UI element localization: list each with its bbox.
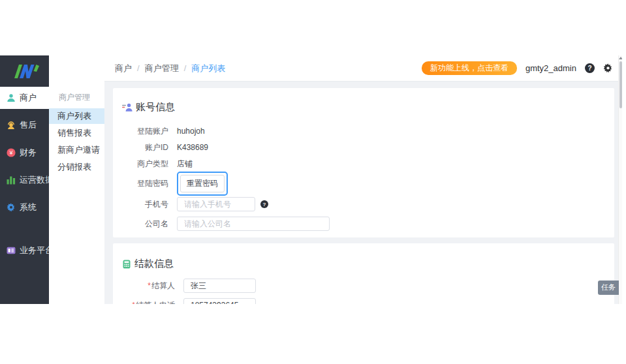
gear-icon [7, 203, 16, 212]
username-label[interactable]: gmty2_admin [525, 63, 576, 73]
person-icon [7, 93, 16, 102]
required-mark: * [148, 281, 151, 290]
topbar-right: 新功能上线，点击查看 gmty2_admin ? [422, 61, 613, 75]
field-label: 登陆账户 [119, 126, 168, 137]
settlement-calculator-icon [122, 260, 131, 269]
sidebar-item-finance[interactable]: ¥ 财务 [0, 142, 49, 164]
field-label-text: 结算人电话 [136, 301, 175, 305]
company-input[interactable] [177, 217, 330, 231]
field-row-settler: *结算人 [119, 279, 614, 293]
secondary-sidebar: 商户管理 商户列表 销售报表 新商户邀请 分销报表 [49, 55, 104, 304]
field-row-merchant-type: 商户类型 店铺 [119, 156, 614, 172]
breadcrumb-item-current[interactable]: 商户列表 [191, 63, 225, 74]
settler-phone-input[interactable] [183, 298, 256, 304]
sidebar-item-label: 财务 [20, 147, 37, 159]
sidebar-item-system[interactable]: 系统 [0, 196, 49, 219]
account-info-card: 账号信息 登陆账户 huhojoh 账户ID K438689 商户类型 店铺 登… [113, 88, 614, 237]
brand-logo[interactable] [0, 55, 49, 87]
field-label-text: 结算人 [151, 281, 175, 290]
submenu-item-merchant-list[interactable]: 商户列表 [49, 108, 104, 124]
breadcrumb-item[interactable]: 商户管理 [145, 63, 179, 74]
field-label: *结算人 [119, 281, 175, 292]
sidebar-item-label: 商户 [20, 92, 37, 104]
account-info-icon [122, 102, 133, 112]
field-row-company: 公司名 [119, 217, 614, 231]
merchant-type-value: 店铺 [177, 159, 193, 170]
breadcrumb-separator: / [184, 63, 187, 73]
breadcrumb-separator: / [137, 63, 140, 73]
settlement-info-card: 结款信息 *结算人 *结算人电话 [113, 243, 614, 304]
submenu-item-new-merchant-invite[interactable]: 新商户邀请 [49, 142, 104, 158]
field-row-login-password: 登陆密码 重置密码 [119, 172, 614, 194]
field-label: 登陆密码 [119, 178, 168, 189]
yuan-coin-icon: ¥ [7, 148, 16, 157]
svg-text:¥: ¥ [8, 149, 13, 156]
required-mark: * [132, 301, 135, 305]
headset-icon [7, 121, 16, 130]
app-window: 商户 售后 ¥ 财务 运营数据 系统 [0, 55, 622, 304]
field-label: 商户类型 [119, 159, 168, 170]
main-area: 商户 / 商户管理 / 商户列表 新功能上线，点击查看 gmty2_admin … [104, 55, 622, 304]
settings-gear-icon[interactable] [603, 63, 613, 73]
vertical-scrollbar[interactable] [618, 55, 622, 304]
nv-logo-icon [10, 63, 39, 80]
section-title-text: 账号信息 [136, 101, 175, 114]
sidebar-item-label: 售后 [20, 119, 37, 131]
platform-icon [7, 246, 16, 255]
settlement-section-title: 结款信息 [122, 258, 614, 270]
sidebar-item-operations[interactable]: 运营数据 [0, 169, 49, 191]
scrollbar-thumb[interactable] [619, 61, 622, 108]
field-label: 公司名 [119, 219, 168, 230]
breadcrumb: 商户 / 商户管理 / 商户列表 [115, 63, 225, 74]
section-title-text: 结款信息 [134, 258, 174, 270]
new-feature-notice-badge[interactable]: 新功能上线，点击查看 [422, 61, 517, 75]
sidebar-item-merchant[interactable]: 商户 [0, 87, 49, 109]
field-row-login-account: 登陆账户 huhojoh [119, 123, 614, 139]
field-label: 手机号 [119, 199, 168, 210]
submenu-header: 商户管理 [49, 92, 104, 103]
reset-password-focus-ring: 重置密码 [177, 172, 228, 196]
account-section-title: 账号信息 [122, 101, 614, 114]
submenu-item-distribution-report[interactable]: 分销报表 [49, 159, 104, 175]
field-label: 账户ID [119, 142, 168, 153]
phone-help-icon[interactable]: ? [260, 200, 268, 208]
task-tab-button[interactable]: 任务 [598, 281, 619, 295]
settler-name-input[interactable] [183, 279, 256, 293]
page-content: 账号信息 登陆账户 huhojoh 账户ID K438689 商户类型 店铺 登… [104, 82, 622, 304]
field-label: *结算人电话 [119, 300, 175, 305]
phone-input[interactable] [177, 197, 255, 211]
sidebar-item-platform[interactable]: 业务平台 [0, 239, 49, 262]
help-icon[interactable]: ? [585, 63, 595, 73]
submenu-item-sales-report[interactable]: 销售报表 [49, 125, 104, 141]
scrollbar-up-arrow-icon[interactable] [619, 57, 622, 59]
field-row-account-id: 账户ID K438689 [119, 140, 614, 155]
sidebar-item-label: 系统 [20, 202, 37, 213]
field-row-phone: 手机号 ? [119, 197, 614, 211]
field-row-settler-phone: *结算人电话 [119, 298, 614, 304]
login-account-value: huhojoh [177, 127, 205, 136]
sidebar-item-aftersale[interactable]: 售后 [0, 114, 49, 136]
bar-chart-icon [7, 175, 16, 185]
primary-sidebar: 商户 售后 ¥ 财务 运营数据 系统 [0, 55, 49, 304]
top-header: 商户 / 商户管理 / 商户列表 新功能上线，点击查看 gmty2_admin … [104, 55, 622, 82]
reset-password-button[interactable]: 重置密码 [180, 175, 225, 192]
account-id-value: K438689 [177, 143, 208, 152]
breadcrumb-item[interactable]: 商户 [115, 63, 132, 74]
